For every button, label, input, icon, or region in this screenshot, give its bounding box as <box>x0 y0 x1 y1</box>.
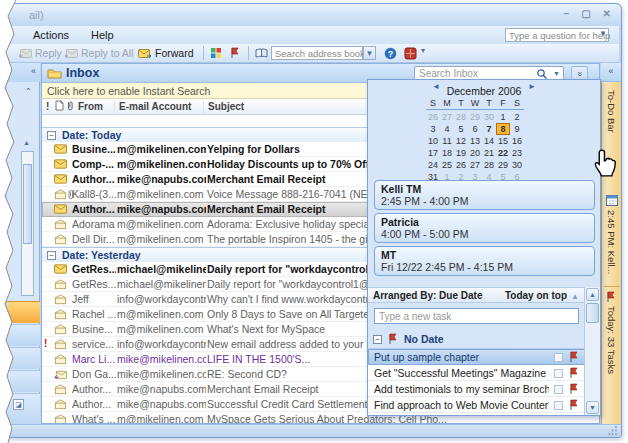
task-scrollbar[interactable]: ▲ ▼ <box>584 287 600 415</box>
calendar-day[interactable]: 17 <box>426 147 440 159</box>
address-book-button[interactable] <box>252 45 271 61</box>
strip-appointment-label[interactable]: 2:45 PM: Kell... <box>606 210 617 274</box>
calendar-day[interactable]: 2 <box>510 111 524 123</box>
task-row[interactable]: Find approach to Web Movie Counter* <box>368 397 585 413</box>
appointment-card[interactable]: Patricia 4:00 PM - 5:00 PM <box>374 213 595 243</box>
calendar-day[interactable]: 26 <box>426 111 440 123</box>
calendar-next-icon[interactable]: ► <box>528 82 536 91</box>
menu-actions[interactable]: Actions <box>29 29 73 41</box>
follow-up-flag-button[interactable] <box>227 45 243 61</box>
task-row[interactable]: get listed in www.paspeaker.org <box>368 413 585 415</box>
calendar-day[interactable]: 27 <box>440 111 454 123</box>
collapse-group-icon[interactable]: − <box>373 335 382 344</box>
resize-grip[interactable] <box>608 425 618 435</box>
nav-collapse-button[interactable]: « <box>7 63 40 82</box>
close-button[interactable]: ✕ <box>603 8 611 19</box>
nav-button-calendar[interactable] <box>7 347 40 369</box>
column-from[interactable]: From <box>78 101 103 112</box>
appointment-card[interactable]: MT Fri 12/22 2:45 PM - 4:15 PM <box>374 246 595 276</box>
help-question-input[interactable]: Type a question for help ▼ <box>505 28 609 42</box>
calendar-day[interactable]: 14 <box>482 135 496 147</box>
search-address-books-input[interactable]: Search address books <box>271 46 363 60</box>
calendar-day[interactable]: 18 <box>440 147 454 159</box>
flag-icon[interactable] <box>569 351 579 365</box>
strip-tasks-label[interactable]: Today: 33 Tasks <box>606 306 617 374</box>
calendar-day-selected[interactable]: 8 <box>496 123 510 135</box>
reply-button[interactable]: Reply <box>15 45 65 61</box>
calendar-day[interactable]: 20 <box>468 147 482 159</box>
categorize-button[interactable] <box>207 45 225 61</box>
scroll-down-icon[interactable]: ▼ <box>586 401 599 414</box>
task-row[interactable]: Get "Successful Meetings" Magazine <box>368 365 585 381</box>
calendar-day[interactable]: 30 <box>482 111 496 123</box>
task-checkbox[interactable] <box>554 369 563 378</box>
column-subject[interactable]: Subject <box>208 101 244 112</box>
calendar-day[interactable]: 28 <box>454 111 468 123</box>
attachment-column-icon[interactable] <box>66 100 74 114</box>
title-bar[interactable]: ail) – ▢ ✕ <box>5 4 621 26</box>
calendar-day[interactable]: 4 <box>440 123 454 135</box>
task-checkbox[interactable] <box>554 401 563 410</box>
maximize-button[interactable]: ▢ <box>581 8 590 19</box>
minimize-button[interactable]: – <box>564 8 570 19</box>
forward-button[interactable]: Forward <box>135 45 197 61</box>
task-checkbox[interactable] <box>554 385 563 394</box>
scroll-up-icon[interactable]: ▲ <box>586 288 599 301</box>
nav-scrollbar[interactable] <box>21 151 34 296</box>
arranged-by-label[interactable]: Arranged By: Due Date <box>373 290 482 301</box>
search-options-dropdown[interactable]: ▼ <box>553 70 560 77</box>
nav-scrollbar-thumb[interactable] <box>23 164 32 244</box>
toolbar-overflow-button[interactable]: ▾ <box>421 46 425 55</box>
help-button[interactable]: ? <box>381 45 400 61</box>
item-type-icon[interactable] <box>55 100 64 113</box>
calendar-day[interactable]: 23 <box>510 147 524 159</box>
scroll-up-icon[interactable]: ▲ <box>23 139 30 146</box>
task-row[interactable]: Put up sample chapter <box>368 349 585 365</box>
calendar-day[interactable]: 21 <box>482 147 496 159</box>
menu-help[interactable]: Help <box>87 29 118 41</box>
calendar-day[interactable]: 6 <box>468 123 482 135</box>
sort-order-label[interactable]: Today on top <box>505 290 567 301</box>
chevron-up-icon[interactable]: ⌃ <box>25 87 32 96</box>
calendar-day[interactable]: 25 <box>440 159 454 171</box>
calendar-day[interactable]: 24 <box>426 159 440 171</box>
flag-icon[interactable] <box>569 367 579 381</box>
calendar-day[interactable]: 30 <box>510 159 524 171</box>
calendar-day[interactable]: 9 <box>510 123 524 135</box>
calendar-day[interactable]: 13 <box>468 135 482 147</box>
calendar-day[interactable]: 29 <box>496 159 510 171</box>
chevron-down-icon[interactable]: ▼ <box>599 29 607 38</box>
calendar-day[interactable]: 10 <box>426 135 440 147</box>
todo-bar-strip-title[interactable]: To-Do Bar <box>606 90 617 133</box>
flag-icon[interactable] <box>569 383 579 397</box>
addin-button[interactable] <box>401 45 420 61</box>
reply-to-all-button[interactable]: Reply to All <box>61 45 137 61</box>
collapse-group-icon[interactable]: − <box>47 131 56 140</box>
sort-direction-icon[interactable]: ▲ <box>571 292 579 301</box>
calendar-day[interactable]: 27 <box>468 159 482 171</box>
calendar-day[interactable]: 1 <box>496 111 510 123</box>
calendar-day[interactable]: 16 <box>510 135 524 147</box>
calendar-day[interactable]: 3 <box>426 123 440 135</box>
column-account[interactable]: E-mail Account <box>119 101 191 112</box>
appointment-card[interactable]: Kelli TM 2:45 PM - 4:00 PM <box>374 180 595 210</box>
flag-icon[interactable] <box>569 399 579 413</box>
task-list-header[interactable]: Arranged By: Due Date Today on top ▲ <box>368 287 585 303</box>
calendar-day[interactable]: 12 <box>454 135 468 147</box>
calendar-day[interactable]: 7 <box>482 123 496 135</box>
task-row[interactable]: Add testimonials to my seminar Brochures <box>368 381 585 397</box>
calendar-day[interactable]: 5 <box>454 123 468 135</box>
calendar-day[interactable]: 28 <box>482 159 496 171</box>
calendar-day[interactable]: 22 <box>496 147 510 159</box>
collapse-group-icon[interactable]: − <box>47 251 56 260</box>
configure-buttons-icon[interactable]: ◪ <box>13 399 24 410</box>
column-importance[interactable]: ! <box>46 101 49 112</box>
calendar-day[interactable]: 29 <box>468 111 482 123</box>
todo-bar-expand-button[interactable]: « <box>601 63 621 82</box>
nav-selected-folder[interactable] <box>7 301 40 323</box>
task-scrollbar-thumb[interactable] <box>586 303 599 323</box>
task-checkbox[interactable] <box>554 353 563 362</box>
new-task-input[interactable]: Type a new task <box>374 308 579 324</box>
calendar-prev-icon[interactable]: ◄ <box>432 82 440 91</box>
calendar-day[interactable]: 19 <box>454 147 468 159</box>
